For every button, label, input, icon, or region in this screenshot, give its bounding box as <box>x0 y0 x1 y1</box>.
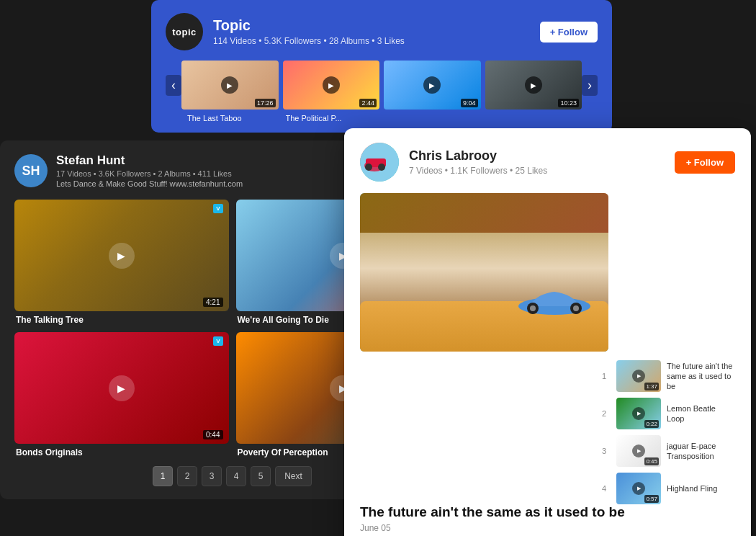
chris-follow-button[interactable]: + Follow <box>675 151 735 174</box>
play-icon: ▶ <box>525 76 542 94</box>
chris-duration-1: 1:37 <box>644 383 659 390</box>
stefan-avatar: SH <box>14 154 48 187</box>
page-4-button[interactable]: 4 <box>226 466 246 486</box>
chris-video-title: The future ain't the same as it used to … <box>360 504 735 520</box>
stefan-video-1-duration: 4:21 <box>203 298 222 307</box>
stefan-video-3-thumb: ▶ <box>14 332 229 444</box>
page-2-button[interactable]: 2 <box>177 466 197 486</box>
chris-avatar <box>360 143 399 182</box>
chris-main-video[interactable] <box>360 193 608 352</box>
topic-videos-row: ‹ ▶ 17:26 ▶ 2:44 ▶ 9:04 ▶ 10:23 › <box>166 61 598 110</box>
chris-labrooy-card: Chris Labrooy 7 Videos • 1.1K Followers … <box>344 128 751 536</box>
chris-meta: 7 Videos • 1.1K Followers • 25 Likes <box>409 166 547 176</box>
svg-point-4 <box>378 164 385 171</box>
stefan-video-3-title: Bonds Originals <box>14 447 229 457</box>
svg-point-3 <box>365 164 372 171</box>
topic-video-2-duration: 2:44 <box>359 99 377 107</box>
topic-thumbs: ▶ 17:26 ▶ 2:44 ▶ 9:04 ▶ 10:23 <box>181 61 582 110</box>
topic-video-4-label <box>482 114 577 122</box>
video-number-3: 3 <box>602 447 611 455</box>
page-1-button[interactable]: 1 <box>153 466 173 486</box>
chris-thumb-1: ▶ 1:37 <box>616 360 661 392</box>
topic-header: topic Topic 114 Videos • 5.3K Followers … <box>166 13 598 50</box>
main-video-overlay <box>360 193 608 352</box>
topic-info: Topic 114 Videos • 5.3K Followers • 28 A… <box>213 17 405 46</box>
chris-info: Chris Labrooy 7 Videos • 1.1K Followers … <box>409 148 547 176</box>
play-icon: ▶ <box>632 370 645 383</box>
stefan-bio: Lets Dance & Make Good Stuff! www.stefan… <box>56 179 243 188</box>
chris-list-item-2[interactable]: 2 ▶ 0:22 Lemon Beatle Loop <box>602 398 735 429</box>
chris-video-list: 1 ▶ 1:37 The future ain't the same as it… <box>602 360 735 504</box>
stefan-video-3[interactable]: ▶ V 0:44 Bonds Originals <box>14 332 229 457</box>
topic-video-1-duration: 17:26 <box>255 99 276 107</box>
topic-video-3-label <box>384 114 478 122</box>
topic-logo: topic <box>166 13 203 50</box>
chris-thumb-2: ▶ 0:22 <box>616 398 661 429</box>
video-number-4: 4 <box>602 484 611 493</box>
chris-title-3: jaguar E-pace Transposition <box>667 441 735 462</box>
play-icon: ▶ <box>323 76 340 94</box>
chris-list-item-1[interactable]: 1 ▶ 1:37 The future ain't the same as it… <box>602 360 735 392</box>
stefan-video-1-title: The Talking Tree <box>14 315 229 325</box>
topic-video-4[interactable]: ▶ 10:23 <box>485 61 582 110</box>
topic-name: Topic <box>213 17 405 34</box>
play-icon: ▶ <box>221 76 238 94</box>
chris-duration-3: 0:45 <box>644 457 659 465</box>
vimeo-badge: V <box>213 336 222 346</box>
play-icon: ▶ <box>632 482 645 495</box>
topic-video-1[interactable]: ▶ 17:26 <box>181 61 279 110</box>
chris-title-4: Highland Fling <box>667 483 717 493</box>
stefan-avatar-initials: SH <box>22 164 40 179</box>
page-3-button[interactable]: 3 <box>202 466 222 486</box>
topic-video-2-label: The Political P... <box>286 114 380 122</box>
topic-video-1-label: The Last Taboo <box>187 114 282 122</box>
topic-follow-button[interactable]: + Follow <box>540 22 598 43</box>
topic-video-3-duration: 9:04 <box>461 99 478 107</box>
chris-list-item-4[interactable]: 4 ▶ 0:57 Highland Fling <box>602 473 735 504</box>
topic-logo-text: topic <box>172 27 197 37</box>
chris-name: Chris Labrooy <box>409 148 547 164</box>
topic-video-labels: The Last Taboo The Political P... <box>166 114 598 122</box>
chris-video-date: June 05 <box>360 523 735 533</box>
chris-duration-2: 0:22 <box>644 420 659 428</box>
stefan-name: Stefan Hunt <box>56 153 243 168</box>
next-page-button[interactable]: Next <box>275 466 312 486</box>
topic-card: topic Topic 114 Videos • 5.3K Followers … <box>151 0 612 133</box>
chris-list-item-3[interactable]: 3 ▶ 0:45 jaguar E-pace Transposition <box>602 435 735 467</box>
page-5-button[interactable]: 5 <box>251 466 271 486</box>
chris-duration-4: 0:57 <box>644 495 659 503</box>
topic-video-2[interactable]: ▶ 2:44 <box>283 61 380 110</box>
stefan-info: Stefan Hunt 17 Videos • 3.6K Followers •… <box>56 153 243 188</box>
chris-title-1: The future ain't the same as it used to … <box>667 361 735 392</box>
stefan-meta: 17 Videos • 3.6K Followers • 2 Albums • … <box>56 169 243 178</box>
video-number-1: 1 <box>602 372 611 380</box>
stefan-video-3-duration: 0:44 <box>203 430 222 439</box>
topic-prev-button[interactable]: ‹ <box>166 75 181 96</box>
video-number-2: 2 <box>602 409 611 418</box>
stefan-video-1[interactable]: ▶ V 4:21 The Talking Tree <box>14 200 229 325</box>
topic-next-button[interactable]: › <box>582 75 598 96</box>
stefan-video-1-thumb: ▶ <box>14 200 229 311</box>
play-icon: ▶ <box>109 375 135 401</box>
play-icon: ▶ <box>632 407 645 420</box>
chris-title-2: Lemon Beatle Loop <box>667 403 735 424</box>
topic-meta: 114 Videos • 5.3K Followers • 28 Albums … <box>213 36 405 46</box>
chris-thumb-3: ▶ 0:45 <box>616 435 661 467</box>
topic-video-3[interactable]: ▶ 9:04 <box>384 61 481 110</box>
vimeo-badge: V <box>213 204 222 213</box>
chris-thumb-4: ▶ 0:57 <box>616 473 661 504</box>
play-icon: ▶ <box>109 243 135 269</box>
play-icon: ▶ <box>632 445 645 457</box>
chris-header: Chris Labrooy 7 Videos • 1.1K Followers … <box>360 143 735 182</box>
play-icon: ▶ <box>423 76 441 94</box>
topic-video-4-duration: 10:23 <box>558 99 579 107</box>
